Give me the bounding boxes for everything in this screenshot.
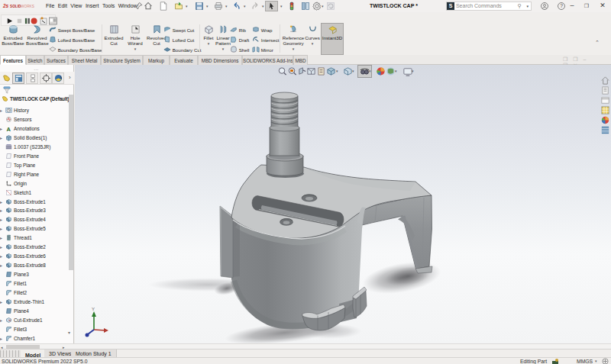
svg-text:WORKS: WORKS — [21, 5, 34, 8]
svg-text:2s: 2s — [2, 3, 9, 8]
svg-text:Y: Y — [92, 307, 95, 311]
svg-text:SOLID: SOLID — [10, 5, 21, 8]
svg-text:A: A — [7, 125, 11, 132]
svg-text:?: ? — [560, 3, 563, 8]
